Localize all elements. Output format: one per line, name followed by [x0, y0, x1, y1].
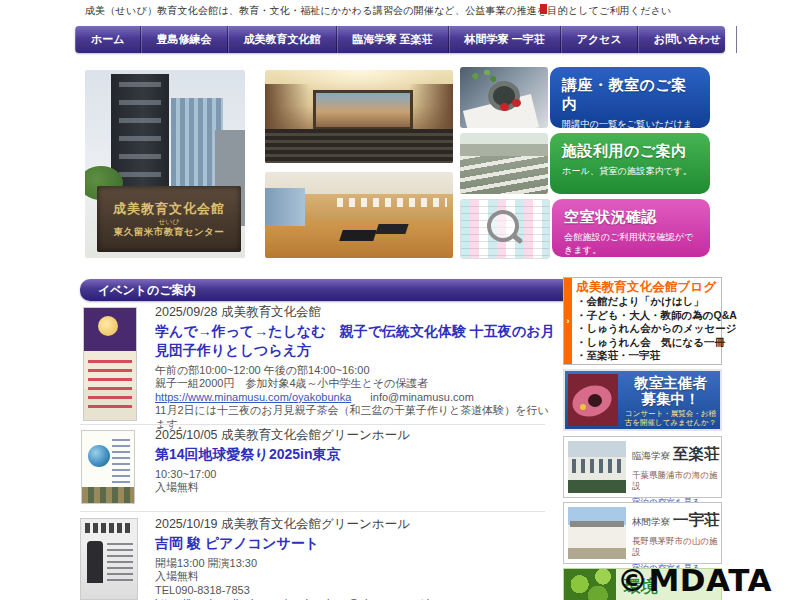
lodge-card-shirakuso: 臨海学寮至楽荘 千葉県勝浦市の海の施設 宿泊の空室を見る [563, 436, 722, 498]
event1-url-link[interactable]: https://www.minamusu.com/oyakobunka [155, 391, 351, 403]
hall-photo [265, 70, 453, 163]
promo-courses-title: 講座・教室のご案内 [562, 76, 700, 114]
nav-item-home[interactable]: ホーム [75, 26, 141, 53]
hero-panel: 成美教育文化会館 せいび 東久留米市教育センター [75, 60, 725, 260]
nav-item-ichiuso[interactable]: 林間学寮 一宇荘 [449, 26, 561, 53]
calendar-photo [460, 199, 550, 259]
leaves-photo [564, 569, 616, 600]
event2: 2025/10/05 成美教育文化会館グリーンホール 第14回地球愛祭り2025… [155, 427, 557, 495]
event2-time: 10:30~17:00 [155, 468, 557, 481]
event1-date: 2025/09/28 成美教育文化会館 [155, 304, 557, 320]
globe-graphic [88, 445, 110, 467]
blog-box: › 成美教育文化会館ブログ ・会館だより「かけはし」 ・子ども・大人・教師の為の… [563, 277, 722, 365]
desks [460, 156, 548, 194]
promo-vacancy-subtitle: 会館施設のご利用状況確認ができます。 [564, 231, 700, 257]
event1-time: 午前の部10:00~12:00 午後の部14:00~16:00 [155, 364, 557, 377]
recruit-subtext: コンサート・展覧会・お稽古を開催してみませんか？ [621, 409, 720, 427]
nav-item-access[interactable]: アクセス [561, 26, 638, 53]
blog-link-books[interactable]: ・しゅうれん会 気になる一冊 [576, 336, 721, 350]
sign-line2: 東久留米市教育センター [97, 226, 241, 239]
divider [80, 424, 545, 425]
nav-filler [737, 26, 738, 53]
promo-facility-title: 施設利用のご案内 [562, 142, 700, 161]
promo-vacancy-banner[interactable]: 空室状況確認 会館施設のご利用状況確認ができます。 [460, 199, 710, 257]
event1-email: info@minamusu.com [370, 391, 473, 403]
lodge-category: 臨海学寮 [632, 450, 670, 461]
lodge-description: 長野県茅野市の山の施設 [632, 536, 720, 557]
recruit-line2: 募集中！ [621, 391, 720, 407]
event2-poster-thumbnail[interactable] [81, 430, 135, 504]
poster-text-lines [107, 543, 133, 583]
lodge-category: 林間学寮 [632, 516, 670, 527]
poster-photo-band [82, 487, 134, 503]
promo-facility-subtitle: ホール、貸室の施設案内です。 [562, 165, 700, 178]
sign-line1: 成美教育文化会館 [97, 200, 241, 218]
event1-title-link[interactable]: 学んで→作って→たしなむ 親子で伝統文化体験 十五夜のお月見団子作りとしつらえ方 [155, 322, 557, 360]
blog-title: 成美教育文化会館ブログ [576, 280, 721, 295]
lodge-description: 千葉県勝浦市の海の施設 [632, 470, 720, 491]
poster-title-band [85, 523, 133, 533]
green-sprig [470, 69, 496, 83]
building-sign: 成美教育文化会館 せいび 東久留米市教育センター [97, 186, 241, 252]
event2-title-link[interactable]: 第14回地球愛祭り2025in東京 [155, 445, 557, 464]
blog-link-message[interactable]: ・しゅうれん会からのメッセージ [576, 322, 721, 336]
divider [80, 511, 545, 512]
blog-link-lodges[interactable]: ・至楽荘・一宇荘 [576, 349, 721, 363]
event3-time: 開場13:00 開演13:30 [155, 557, 557, 570]
lobby-picture-frames [337, 198, 447, 207]
flower-vase-photo [460, 67, 548, 128]
lodge-name: 一宇荘 [673, 511, 720, 528]
lodge-card-ichiuso: 林間学寮一宇荘 長野県茅野市の山の施設 宿泊の空室を見る [563, 502, 722, 564]
shirakuso-photo [568, 441, 626, 493]
blog-link-kakehashi[interactable]: ・会館だより「かけはし」 [576, 295, 721, 309]
event3-title-link[interactable]: 吉岡 駿 ピアノコンサート [155, 534, 557, 553]
blog-link-qa[interactable]: ・子ども・大人・教師の為のQ&A [576, 309, 721, 323]
promo-courses-banner[interactable]: 講座・教室のご案内 開講中の一覧をご覧いただけます。 [460, 67, 710, 128]
building-photo: 成美教育文化会館 せいび 東久留米市教育センター [85, 70, 245, 258]
watermark: ©MDATA [617, 562, 772, 598]
hall-stage-screen [313, 90, 413, 130]
ichiuso-photo [568, 507, 626, 559]
event1-contact-line: https://www.minamusu.com/oyakobunka info… [155, 391, 557, 404]
building-windows [572, 459, 622, 473]
event3: 2025/10/19 成美教育文化会館グリーンホール 吉岡 駿 ピアノコンサート… [155, 516, 557, 600]
main-nav: ホーム 豊島修練会 成美教育文化館 臨海学寮 至楽荘 林間学寮 一宇荘 アクセス… [75, 26, 725, 53]
event1: 2025/09/28 成美教育文化会館 学んで→作って→たしなむ 親子で伝統文化… [155, 304, 557, 431]
event2-admission: 入場無料 [155, 481, 557, 494]
nav-item-toshima-shurenkai[interactable]: 豊島修練会 [141, 26, 228, 53]
red-marker [540, 4, 547, 14]
nav-item-seibi-bunkakan[interactable]: 成美教育文化館 [228, 26, 337, 53]
poster-text-lines [88, 360, 132, 414]
hall-seats [265, 129, 453, 163]
pianist-silhouette [87, 541, 103, 583]
event3-phone: TEL090-8318-7853 [155, 584, 557, 597]
event3-date: 2025/10/19 成美教育文化会館グリーンホール [155, 516, 557, 532]
nav-item-contact[interactable]: お問い合わせ [638, 26, 737, 53]
palette-photo [568, 374, 618, 426]
events-header-label: イベントのご案内 [98, 283, 196, 297]
lobby-glass-wall [265, 188, 305, 226]
event3-admission: 入場無料 [155, 570, 557, 583]
event1-fee: 親子一組2000円 参加対象4歳～小中学生とその保護者 [155, 377, 557, 390]
recruit-banner[interactable]: 教室主催者 募集中！ コンサート・展覧会・お稽古を開催してみませんか？ [563, 369, 722, 431]
promo-vacancy-title: 空室状況確認 [564, 208, 700, 227]
palette-hole [588, 394, 602, 407]
palette-dot [580, 404, 586, 410]
lobby-bench [339, 230, 377, 241]
moon-graphic [98, 316, 118, 336]
event1-poster-thumbnail[interactable] [83, 307, 137, 421]
event2-date: 2025/10/05 成美教育文化会館グリーンホール [155, 427, 557, 443]
nav-item-shirakuso[interactable]: 臨海学寮 至楽荘 [337, 26, 449, 53]
blog-accent-bar[interactable]: › [564, 278, 572, 364]
building-roof [570, 521, 624, 527]
lobby-photo [265, 172, 453, 258]
event3-poster-thumbnail[interactable] [80, 518, 138, 600]
lodge-name: 至楽荘 [673, 445, 720, 462]
red-flower [500, 103, 509, 111]
page: 成美（せいび）教育文化会館は、教育・文化・福祉にかかわる講習会の開催など、公益事… [0, 0, 800, 600]
classroom-photo [460, 133, 548, 194]
promo-facility-banner[interactable]: 施設利用のご案内 ホール、貸室の施設案内です。 [460, 133, 710, 194]
red-flower [512, 99, 521, 107]
lobby-bench [375, 224, 408, 234]
sign-furigana: せいび [97, 218, 241, 226]
